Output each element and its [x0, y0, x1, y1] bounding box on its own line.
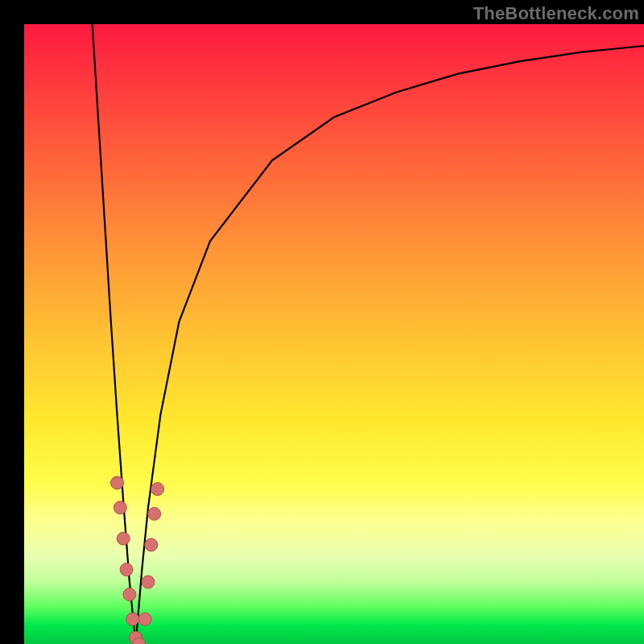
watermark-text: TheBottleneck.com [473, 3, 639, 24]
chart-svg [24, 24, 644, 644]
left-curve [93, 24, 136, 644]
right-curve [136, 46, 644, 644]
marker-dot [123, 588, 136, 601]
marker-dot [111, 477, 124, 489]
marker-dot [126, 613, 139, 625]
marker-dot [151, 483, 164, 496]
chart-frame: TheBottleneck.com [0, 0, 644, 644]
marker-dot [145, 539, 158, 551]
marker-dot [120, 564, 133, 576]
plot-area [24, 24, 644, 644]
marker-dot [148, 507, 161, 520]
marker-dot [117, 532, 130, 545]
marker-dot [114, 502, 126, 514]
marker-dot [142, 576, 155, 588]
trough-markers [111, 477, 164, 644]
marker-dot [138, 613, 151, 625]
